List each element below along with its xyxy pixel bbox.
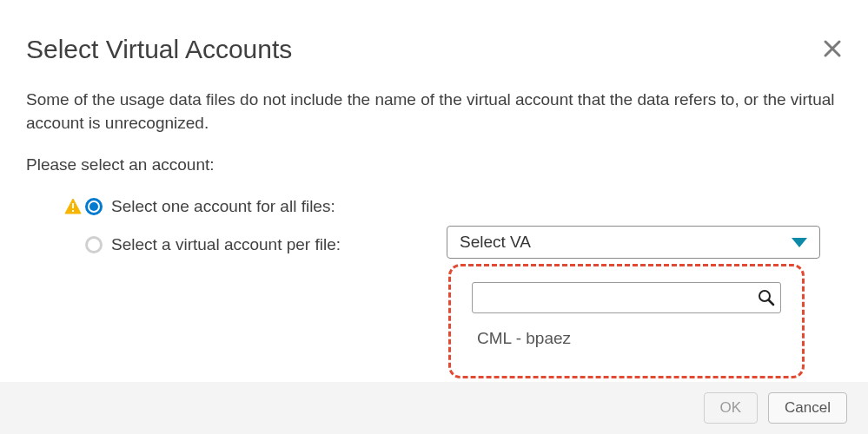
modal-footer: OK Cancel	[0, 382, 868, 434]
dropdown-item[interactable]: CML - bpaez	[472, 329, 781, 348]
close-icon[interactable]	[823, 38, 842, 62]
select-va-dropdown[interactable]: Select VA	[447, 226, 820, 259]
modal-prompt: Please select an account:	[26, 155, 842, 174]
radio-all-files-label: Select one account for all files:	[111, 197, 335, 216]
warning-icon	[64, 198, 82, 215]
svg-rect-3	[72, 203, 74, 208]
modal-title: Select Virtual Accounts	[26, 35, 842, 64]
search-icon	[758, 289, 775, 306]
cancel-button[interactable]: Cancel	[768, 392, 847, 424]
svg-rect-4	[72, 210, 74, 212]
select-virtual-accounts-modal: Select Virtual Accounts Some of the usag…	[0, 0, 868, 434]
svg-line-6	[769, 300, 773, 305]
dropdown-search[interactable]	[472, 282, 781, 313]
radio-per-file-label: Select a virtual account per file:	[111, 235, 341, 254]
dropdown-panel: CML - bpaez	[448, 264, 805, 378]
ok-button[interactable]: OK	[704, 392, 759, 424]
modal-description: Some of the usage data files do not incl…	[26, 89, 842, 135]
chevron-down-icon	[792, 238, 807, 247]
radio-all-files[interactable]	[85, 198, 103, 215]
select-va-placeholder: Select VA	[460, 233, 531, 252]
radio-per-file[interactable]	[85, 236, 103, 253]
option-all-files-row[interactable]: Select one account for all files:	[26, 197, 842, 216]
search-input[interactable]	[481, 290, 758, 306]
